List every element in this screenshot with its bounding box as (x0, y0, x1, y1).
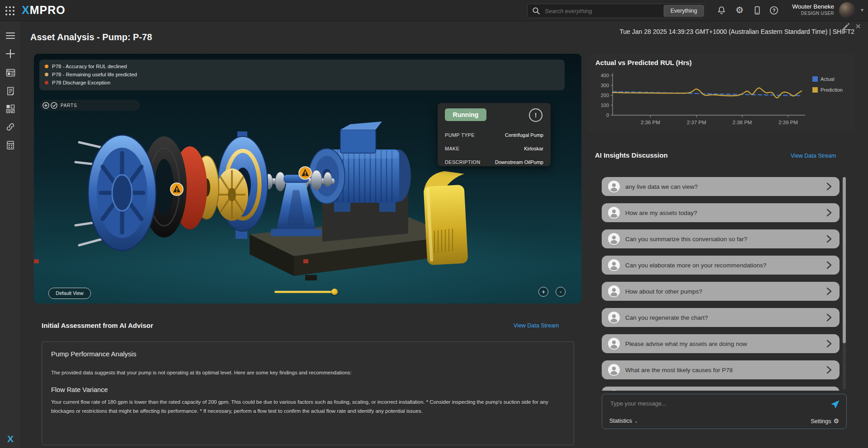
discussion-question: Please advise what my assets are doing n… (625, 341, 824, 347)
discussion-item[interactable]: How about for other pumps? (602, 282, 840, 301)
chevron-right-icon (824, 182, 833, 191)
user-icon (608, 259, 620, 271)
alert-circle-icon[interactable]: ! (529, 108, 542, 122)
info-value: Centrifugal Pump (505, 132, 543, 138)
info-label: PUMP TYPE (445, 132, 475, 138)
chevron-down-icon: ⌄ (634, 419, 638, 424)
assessment-body: Your current flow rate of 180 gpm is low… (51, 398, 562, 415)
settings-gear-icon[interactable]: ⚙ (734, 5, 745, 15)
zoom-in-button[interactable]: + (538, 287, 548, 297)
parts-check-icon[interactable] (51, 102, 57, 109)
message-composer: Statistics⌄ Settings⚙ (602, 394, 847, 429)
assessment-subheading: Flow Rate Variance (51, 386, 108, 393)
info-row: MAKEKirloskar (445, 142, 543, 155)
global-search[interactable]: Everything (527, 4, 705, 18)
svg-text:?: ? (773, 8, 776, 13)
ai-view-data-stream-link[interactable]: View Data Stream (791, 153, 836, 159)
sidebar-dashboard-icon[interactable] (0, 65, 21, 80)
gold-impeller (216, 168, 248, 221)
discussion-item[interactable]: Please advise what my assets are doing n… (602, 334, 840, 353)
explode-slider[interactable] (274, 290, 338, 294)
pump-3d-scene[interactable] (34, 54, 581, 303)
sidebar-apps-icon[interactable] (0, 101, 21, 117)
statistics-dropdown[interactable]: Statistics⌄ (609, 418, 638, 424)
settings-gear-icon: ⚙ (833, 417, 839, 425)
send-icon[interactable] (830, 400, 840, 410)
settings-button[interactable]: Settings⚙ (811, 417, 839, 425)
parts-control: PARTS (40, 100, 140, 111)
avatar[interactable] (839, 2, 855, 19)
user-icon (608, 285, 620, 297)
svg-text:2:38 PM: 2:38 PM (732, 120, 752, 125)
close-icon[interactable]: × (855, 21, 861, 32)
discussion-item[interactable]: What are the most likely causes for P78 (602, 360, 840, 379)
notifications-bell-icon[interactable] (716, 5, 727, 16)
discussion-question: Can you summarize this conversation so f… (625, 236, 824, 243)
sidebar-menu-icon[interactable] (0, 28, 21, 43)
discussion-item[interactable]: Can you elaborate more on your recommend… (602, 256, 840, 275)
discussion-scrollbar[interactable] (843, 177, 846, 389)
user-name: Wouter Beneke (792, 3, 834, 10)
chevron-right-icon (824, 261, 833, 270)
discussion-question: Can you elaborate more on your recommend… (625, 262, 824, 269)
sidebar-connections-icon[interactable] (0, 119, 21, 135)
user-icon (608, 233, 620, 245)
asset-3d-viewer: P78 - Accuracy for RUL declinedP78 - Rem… (34, 54, 581, 303)
chevron-right-icon (824, 208, 833, 217)
user-icon (608, 181, 620, 192)
assessment-view-data-stream-link[interactable]: View Data Stream (514, 322, 559, 329)
search-scope-button[interactable]: Everything (664, 5, 704, 17)
explode-slider-handle[interactable] (331, 289, 338, 295)
parts-expand-icon[interactable] (42, 102, 49, 109)
discussion-item[interactable] (602, 387, 840, 391)
svg-text:2:37 PM: 2:37 PM (687, 120, 706, 125)
chevron-right-icon (824, 339, 833, 348)
user-info[interactable]: Wouter Beneke DESIGN USER (792, 3, 834, 16)
discussion-item[interactable]: How are my assets today? (602, 203, 840, 222)
user-icon (608, 312, 620, 323)
user-role: DESIGN USER (792, 10, 834, 16)
zoom-out-button[interactable]: - (556, 287, 566, 297)
sidebar-forms-icon[interactable] (0, 83, 21, 98)
explode-slider-track[interactable] (274, 291, 338, 293)
discussion-list: any live data we can view?How are my ass… (602, 177, 840, 391)
sidebar-calculator-icon[interactable] (0, 137, 21, 153)
chart-title: Actual vs Predicted RUL (Hrs) (595, 59, 692, 66)
discussion-question: Can you regenerate the chart? (625, 314, 824, 321)
warning-badge-liner[interactable] (170, 183, 183, 196)
discussion-item[interactable]: Can you regenerate the chart? (602, 308, 840, 327)
discussion-item[interactable]: Can you summarize this conversation so f… (602, 229, 840, 248)
message-input[interactable] (609, 400, 819, 407)
svg-text:2:39 PM: 2:39 PM (778, 120, 798, 125)
help-icon[interactable]: ? (769, 5, 779, 16)
alert-severity-dot (45, 81, 48, 84)
default-view-button[interactable]: Default View (48, 288, 91, 299)
info-label: MAKE (445, 146, 459, 151)
edit-pencil-icon[interactable] (842, 23, 850, 33)
alert-item[interactable]: P78 Discharge Exception (39, 79, 565, 87)
alert-text: P78 Discharge Exception (52, 80, 110, 85)
alert-item[interactable]: P78 - Accuracy for RUL declined (39, 62, 565, 70)
alert-item[interactable]: P78 - Remaining useful life predicted (39, 70, 565, 79)
info-row: PUMP TYPECentrifugal Pump (445, 128, 543, 142)
rul-chart-panel: Actual vs Predicted RUL (Hrs) 0100200300… (588, 54, 854, 131)
assessment-box: Pump Performance Analysis The provided d… (42, 341, 574, 445)
xmpro-x-logo[interactable]: X (0, 434, 21, 444)
rul-line-chart[interactable]: 01002003004002:36 PM2:37 PM2:38 PM2:39 P… (592, 70, 851, 130)
alert-text: P78 - Accuracy for RUL declined (52, 64, 127, 69)
app-launcher-icon[interactable] (5, 5, 15, 16)
status-badge: Running (445, 108, 486, 121)
xmpro-logo: XMPRO (22, 4, 66, 17)
asset-alerts-list: P78 - Accuracy for RUL declinedP78 - Rem… (39, 60, 565, 90)
sidebar-add-icon[interactable] (0, 46, 21, 61)
warning-badge-shaft[interactable] (299, 167, 311, 179)
ai-panel-title: AI Insights Discussion (595, 151, 668, 159)
discussion-item[interactable]: any live data we can view? (602, 177, 840, 196)
discussion-scrollbar-thumb[interactable] (843, 177, 846, 343)
user-menu-caret-icon[interactable]: ▾ (861, 7, 863, 13)
assessment-title: Initial Assessment from AI Advisor (42, 322, 153, 329)
assessment-heading: Pump Performance Analysis (51, 350, 136, 358)
page-title: Asset Analysis - Pump: P-78 (30, 32, 152, 42)
info-value: Downstream OilPump (495, 159, 543, 165)
mobile-device-icon[interactable] (752, 5, 763, 16)
